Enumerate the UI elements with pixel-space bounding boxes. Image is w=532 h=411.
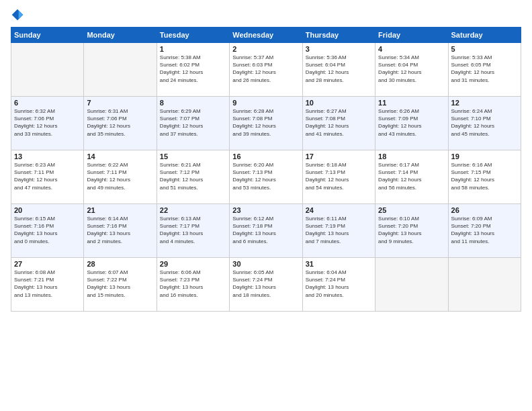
- day-info: Sunrise: 6:07 AM Sunset: 7:22 PM Dayligh…: [87, 269, 153, 299]
- calendar-cell: 10Sunrise: 6:27 AM Sunset: 7:08 PM Dayli…: [302, 97, 375, 150]
- calendar-cell: 22Sunrise: 6:13 AM Sunset: 7:17 PM Dayli…: [157, 204, 229, 258]
- day-number: 5: [451, 45, 518, 53]
- day-number: 16: [232, 152, 299, 161]
- header-thursday: Thursday: [302, 28, 375, 43]
- day-info: Sunrise: 6:22 AM Sunset: 7:11 PM Dayligh…: [87, 161, 153, 191]
- calendar-cell: 25Sunrise: 6:10 AM Sunset: 7:20 PM Dayli…: [375, 204, 448, 258]
- header-wednesday: Wednesday: [230, 28, 302, 43]
- calendar-cell: 16Sunrise: 6:20 AM Sunset: 7:13 PM Dayli…: [230, 150, 302, 204]
- day-number: 1: [160, 45, 226, 53]
- calendar-week-1: 1Sunrise: 5:38 AM Sunset: 6:02 PM Daylig…: [11, 43, 521, 97]
- day-number: 13: [14, 152, 81, 161]
- day-info: Sunrise: 6:21 AM Sunset: 7:12 PM Dayligh…: [160, 161, 226, 191]
- calendar-cell: 15Sunrise: 6:21 AM Sunset: 7:12 PM Dayli…: [157, 150, 229, 204]
- calendar-week-5: 27Sunrise: 6:08 AM Sunset: 7:21 PM Dayli…: [11, 258, 521, 312]
- calendar-cell: 1Sunrise: 5:38 AM Sunset: 6:02 PM Daylig…: [157, 43, 229, 97]
- day-info: Sunrise: 6:05 AM Sunset: 7:24 PM Dayligh…: [232, 269, 299, 299]
- header: [11, 8, 521, 21]
- day-number: 29: [160, 260, 226, 268]
- calendar-cell: 18Sunrise: 6:17 AM Sunset: 7:14 PM Dayli…: [375, 150, 448, 204]
- day-info: Sunrise: 6:16 AM Sunset: 7:15 PM Dayligh…: [451, 161, 518, 191]
- day-info: Sunrise: 6:14 AM Sunset: 7:16 PM Dayligh…: [87, 215, 153, 245]
- calendar-cell: 9Sunrise: 6:28 AM Sunset: 7:08 PM Daylig…: [230, 97, 302, 150]
- day-number: 23: [232, 206, 299, 214]
- day-info: Sunrise: 6:09 AM Sunset: 7:20 PM Dayligh…: [451, 215, 518, 245]
- day-number: 21: [87, 206, 153, 214]
- calendar-header-row: SundayMondayTuesdayWednesdayThursdayFrid…: [11, 28, 521, 43]
- calendar-cell: 20Sunrise: 6:15 AM Sunset: 7:16 PM Dayli…: [11, 204, 84, 258]
- day-info: Sunrise: 6:17 AM Sunset: 7:14 PM Dayligh…: [378, 161, 445, 191]
- day-info: Sunrise: 5:33 AM Sunset: 6:05 PM Dayligh…: [451, 54, 518, 84]
- calendar-cell: 17Sunrise: 6:18 AM Sunset: 7:13 PM Dayli…: [302, 150, 375, 204]
- calendar-cell: 2Sunrise: 5:37 AM Sunset: 6:03 PM Daylig…: [230, 43, 302, 97]
- calendar-cell: 5Sunrise: 5:33 AM Sunset: 6:05 PM Daylig…: [448, 43, 521, 97]
- calendar-cell: [448, 258, 521, 312]
- day-info: Sunrise: 5:37 AM Sunset: 6:03 PM Dayligh…: [232, 54, 299, 84]
- day-number: 25: [378, 206, 445, 214]
- logo-icon: [11, 8, 24, 21]
- header-sunday: Sunday: [11, 28, 84, 43]
- day-info: Sunrise: 6:29 AM Sunset: 7:07 PM Dayligh…: [160, 107, 226, 138]
- calendar-cell: 29Sunrise: 6:06 AM Sunset: 7:23 PM Dayli…: [157, 258, 229, 312]
- day-number: 15: [160, 152, 226, 161]
- day-number: 22: [160, 206, 226, 214]
- calendar-cell: 3Sunrise: 5:36 AM Sunset: 6:04 PM Daylig…: [302, 43, 375, 97]
- day-number: 24: [306, 206, 372, 214]
- day-info: Sunrise: 6:10 AM Sunset: 7:20 PM Dayligh…: [378, 215, 445, 245]
- day-number: 6: [14, 99, 81, 107]
- day-info: Sunrise: 5:36 AM Sunset: 6:04 PM Dayligh…: [306, 54, 372, 84]
- day-number: 17: [306, 152, 372, 161]
- day-number: 11: [378, 99, 445, 107]
- day-number: 20: [14, 206, 81, 214]
- day-info: Sunrise: 6:11 AM Sunset: 7:19 PM Dayligh…: [306, 215, 372, 245]
- day-number: 18: [378, 152, 445, 161]
- day-number: 8: [160, 99, 226, 107]
- day-number: 27: [14, 260, 81, 268]
- day-number: 7: [87, 99, 153, 107]
- day-info: Sunrise: 5:34 AM Sunset: 6:04 PM Dayligh…: [378, 54, 445, 84]
- calendar-cell: 19Sunrise: 6:16 AM Sunset: 7:15 PM Dayli…: [448, 150, 521, 204]
- calendar-cell: 26Sunrise: 6:09 AM Sunset: 7:20 PM Dayli…: [448, 204, 521, 258]
- calendar-cell: [375, 258, 448, 312]
- calendar-cell: 8Sunrise: 6:29 AM Sunset: 7:07 PM Daylig…: [157, 97, 229, 150]
- calendar-cell: [11, 43, 84, 97]
- calendar-cell: 28Sunrise: 6:07 AM Sunset: 7:22 PM Dayli…: [84, 258, 157, 312]
- day-number: 14: [87, 152, 153, 161]
- calendar-cell: 31Sunrise: 6:04 AM Sunset: 7:24 PM Dayli…: [302, 258, 375, 312]
- day-number: 19: [451, 152, 518, 161]
- calendar-cell: 4Sunrise: 5:34 AM Sunset: 6:04 PM Daylig…: [375, 43, 448, 97]
- day-number: 4: [378, 45, 445, 53]
- calendar-cell: 6Sunrise: 6:32 AM Sunset: 7:06 PM Daylig…: [11, 97, 84, 150]
- day-info: Sunrise: 6:27 AM Sunset: 7:08 PM Dayligh…: [306, 107, 372, 138]
- calendar-cell: [84, 43, 157, 97]
- day-info: Sunrise: 6:28 AM Sunset: 7:08 PM Dayligh…: [232, 107, 299, 138]
- calendar-cell: 27Sunrise: 6:08 AM Sunset: 7:21 PM Dayli…: [11, 258, 84, 312]
- day-number: 12: [451, 99, 518, 107]
- calendar-cell: 30Sunrise: 6:05 AM Sunset: 7:24 PM Dayli…: [230, 258, 302, 312]
- day-info: Sunrise: 6:15 AM Sunset: 7:16 PM Dayligh…: [14, 215, 81, 245]
- calendar-cell: 11Sunrise: 6:26 AM Sunset: 7:09 PM Dayli…: [375, 97, 448, 150]
- calendar-cell: 13Sunrise: 6:23 AM Sunset: 7:11 PM Dayli…: [11, 150, 84, 204]
- header-friday: Friday: [375, 28, 448, 43]
- day-info: Sunrise: 6:04 AM Sunset: 7:24 PM Dayligh…: [306, 269, 372, 299]
- day-info: Sunrise: 6:12 AM Sunset: 7:18 PM Dayligh…: [232, 215, 299, 245]
- day-number: 31: [306, 260, 372, 268]
- day-info: Sunrise: 6:31 AM Sunset: 7:06 PM Dayligh…: [87, 107, 153, 138]
- calendar-cell: 14Sunrise: 6:22 AM Sunset: 7:11 PM Dayli…: [84, 150, 157, 204]
- day-info: Sunrise: 6:20 AM Sunset: 7:13 PM Dayligh…: [232, 161, 299, 191]
- calendar-week-3: 13Sunrise: 6:23 AM Sunset: 7:11 PM Dayli…: [11, 150, 521, 204]
- logo: [11, 8, 26, 21]
- calendar-table: SundayMondayTuesdayWednesdayThursdayFrid…: [11, 27, 521, 312]
- day-info: Sunrise: 6:24 AM Sunset: 7:10 PM Dayligh…: [451, 107, 518, 138]
- svg-marker-1: [19, 10, 24, 19]
- day-number: 10: [306, 99, 372, 107]
- day-info: Sunrise: 6:32 AM Sunset: 7:06 PM Dayligh…: [14, 107, 81, 138]
- day-info: Sunrise: 5:38 AM Sunset: 6:02 PM Dayligh…: [160, 54, 226, 84]
- day-number: 2: [232, 45, 299, 53]
- calendar-cell: 24Sunrise: 6:11 AM Sunset: 7:19 PM Dayli…: [302, 204, 375, 258]
- day-info: Sunrise: 6:26 AM Sunset: 7:09 PM Dayligh…: [378, 107, 445, 138]
- day-info: Sunrise: 6:13 AM Sunset: 7:17 PM Dayligh…: [160, 215, 226, 245]
- day-number: 28: [87, 260, 153, 268]
- header-tuesday: Tuesday: [157, 28, 229, 43]
- calendar-week-2: 6Sunrise: 6:32 AM Sunset: 7:06 PM Daylig…: [11, 97, 521, 150]
